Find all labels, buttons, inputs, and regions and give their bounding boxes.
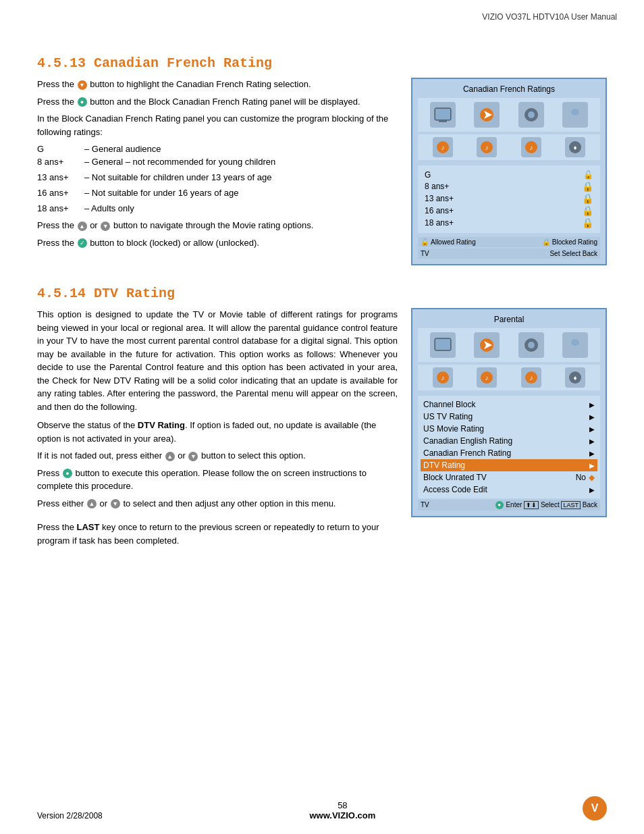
parental-ratings-panel: Parental <box>411 308 607 517</box>
section-4514-text: This option is designed to update the TV… <box>37 308 398 551</box>
para-2: Press the ● button and the Block Canadia… <box>37 95 398 109</box>
svg-text:♪: ♪ <box>441 374 444 382</box>
select-box: ⬆⬇ <box>524 501 539 509</box>
icon-cursor <box>474 102 500 128</box>
enter-icon: ● <box>495 501 504 509</box>
parental-icon-sm-1: ♪ <box>433 367 453 388</box>
dtv-press2: Press either ▲ or ▼ to select and then a… <box>37 497 398 511</box>
panel-nav-hint: Set Select Back <box>549 250 597 257</box>
lock-icon-8ans: 🔒 <box>582 181 593 192</box>
canadian-french-panel: Canadian French Ratings <box>411 78 607 265</box>
button-icon-enter: ● <box>78 97 87 107</box>
section-4513-text: Press the ▼ button to highlight the Cana… <box>37 78 398 253</box>
icon-sm-3: ♪ <box>521 137 541 157</box>
panel-tv-label: TV <box>421 250 429 257</box>
section-4513: 4.5.13 Canadian French Rating Press the … <box>37 55 607 265</box>
arrow-us-movie: ▶ <box>589 425 595 433</box>
nav-text-2: Press the ✓ button to block (locked) or … <box>37 236 398 250</box>
rating-8ans: 8 ans+ – General – not recommended for y… <box>37 157 398 167</box>
page-footer: Version 2/28/2008 58 www.VIZIO.com V <box>0 796 644 820</box>
panel-icons-row-2: ♪ ♪ ♪ ♦ <box>418 134 600 160</box>
btn-icon-up2: ▲ <box>165 452 175 461</box>
para-2-text: button and the Block Canadian French Rat… <box>90 97 360 107</box>
parental-icons-row-1 <box>418 328 600 362</box>
rating-18ans: 18 ans+ – Adults only <box>37 203 398 213</box>
svg-rect-2 <box>435 109 450 120</box>
rating-row-13ans: 13 ans+ 🔒 <box>425 192 593 205</box>
nav-icon-up: ▲ <box>78 221 87 231</box>
parental-icon-cursor <box>474 332 500 358</box>
ratings-descriptions: G – General audience 8 ans+ – General – … <box>37 144 398 213</box>
parental-icon-sm-3: ♪ <box>521 367 541 388</box>
panel-title: Canadian French Ratings <box>418 84 600 94</box>
footer-center: 58 www.VIZIO.com <box>309 800 375 820</box>
main-content: 4.5.13 Canadian French Rating Press the … <box>0 22 644 571</box>
parental-menu-list: Channel Block ▶ US TV Rating ▶ US Movie … <box>418 396 600 498</box>
parental-icon-sm-4: ♦ <box>565 367 585 388</box>
lock-icon-18ans: 🔒 <box>582 217 593 228</box>
website: www.VIZIO.com <box>309 810 375 820</box>
legend-allowed: 🔓 Allowed Rating <box>421 238 476 246</box>
svg-rect-1 <box>439 120 447 122</box>
panel-icons-row-1 <box>418 98 600 132</box>
section-4513-title: 4.5.13 Canadian French Rating <box>37 55 607 71</box>
svg-point-24 <box>571 339 579 346</box>
legend-row: 🔓 Allowed Rating 🔒 Blocked Rating <box>418 237 600 247</box>
vizio-logo: V <box>583 796 607 820</box>
para-1: Press the ▼ button to highlight the Cana… <box>37 78 398 91</box>
rating-16ans: 16 ans+ – Not suitable for under 16 year… <box>37 188 398 198</box>
dtv-observe: Observe the status of the DTV Rating. If… <box>37 419 398 445</box>
arrow-access-code: ▶ <box>589 486 595 494</box>
page-header: VIZIO VO37L HDTV10A User Manual <box>0 0 644 22</box>
svg-text:♦: ♦ <box>574 144 577 151</box>
svg-text:♪: ♪ <box>441 144 444 151</box>
svg-point-6 <box>528 111 535 118</box>
parental-panel: Parental <box>411 308 607 517</box>
svg-text:♪: ♪ <box>485 144 489 151</box>
section-4514: 4.5.14 DTV Rating This option is designe… <box>37 286 607 551</box>
parental-icons-row-2: ♪ ♪ ♪ ♦ <box>418 365 600 390</box>
menu-channel-block: Channel Block ▶ <box>423 398 595 411</box>
arrow-dtv: ▶ <box>589 462 595 469</box>
dtv-if-not: If it is not faded out, press either ▲ o… <box>37 449 398 463</box>
parental-nav-hint: ● Enter ⬆⬇ Select LAST Back <box>495 501 597 509</box>
icon-sm-2: ♪ <box>477 137 497 157</box>
nav-text-1: Press the ▲ or ▼ button to navigate thro… <box>37 219 398 232</box>
ratings-list: G 🔓 8 ans+ 🔒 13 ans+ 🔒 16 ans+ <box>418 165 600 233</box>
nav-icon-down: ▼ <box>101 221 110 231</box>
icon-tv <box>430 102 456 128</box>
lock-icon-16ans: 🔒 <box>582 205 593 216</box>
svg-text:♦: ♦ <box>574 374 577 382</box>
icon-sm-4: ♦ <box>565 137 585 157</box>
svg-point-8 <box>571 109 579 115</box>
dtv-intro: This option is designed to update the TV… <box>37 308 398 413</box>
menu-access-code: Access Code Edit ▶ <box>423 484 595 496</box>
parental-panel-footer: TV ● Enter ⬆⬇ Select LAST Back <box>418 500 600 511</box>
diamond-block-unrated: ◆ <box>589 473 595 482</box>
nav-icon-select: ✓ <box>78 238 87 248</box>
parental-icon-tv <box>430 332 456 358</box>
para-1-text: button to highlight the Canadian French … <box>90 79 311 89</box>
canadian-french-ratings-panel: Canadian French Ratings <box>411 78 607 265</box>
svg-point-22 <box>528 342 535 348</box>
btn-icon-down3: ▼ <box>111 499 120 509</box>
menu-us-movie-rating: US Movie Rating ▶ <box>423 423 595 435</box>
svg-text:♪: ♪ <box>485 374 489 382</box>
btn-icon-execute: ● <box>63 469 72 478</box>
legend-blocked: 🔒 Blocked Rating <box>542 238 597 246</box>
icon-sm-1: ♪ <box>433 137 453 157</box>
dtv-last: Press the LAST key once to return to the… <box>37 521 398 547</box>
page-number: 58 <box>309 800 375 810</box>
arrow-channel-block: ▶ <box>589 401 595 409</box>
button-icon-highlight: ▼ <box>78 80 87 90</box>
menu-block-unrated: Block Unrated TV No ◆ <box>423 471 595 484</box>
para-3: In the Block Canadian French Rating pane… <box>37 112 398 138</box>
rating-row-8ans: 8 ans+ 🔒 <box>425 180 593 192</box>
version-text: Version 2/28/2008 <box>37 811 103 820</box>
svg-rect-18 <box>435 339 450 350</box>
menu-us-tv-rating: US TV Rating ▶ <box>423 411 595 423</box>
svg-text:♪: ♪ <box>529 144 533 151</box>
parental-icon-settings <box>518 332 544 358</box>
arrow-canadian-french: ▶ <box>589 450 595 457</box>
rating-G: G – General audience <box>37 144 398 154</box>
